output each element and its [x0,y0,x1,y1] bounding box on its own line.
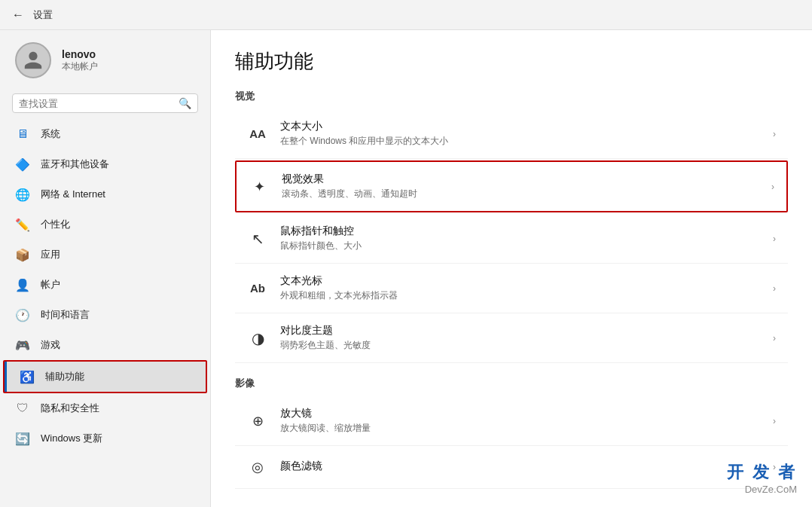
textsize-arrow-icon: › [773,129,776,139]
watermark: 开 发 者 DevZe.CoM [727,461,797,495]
update-icon: 🔄 [15,431,30,446]
setting-desc-magnifier: 放大镜阅读、缩放增量 [280,422,371,435]
avatar [15,42,51,78]
setting-desc-contrast: 弱势彩色主题、光敏度 [280,339,371,352]
setting-desc-visualeffects: 滚动条、透明度、动画、通知超时 [282,188,417,200]
apps-icon: 📦 [15,247,30,262]
sidebar-label-network: 网络 & Internet [41,188,105,201]
search-input[interactable] [19,98,179,109]
sidebar-label-bluetooth: 蓝牙和其他设备 [41,157,109,171]
setting-name-textsize: 文本大小 [280,120,448,133]
content-area: 辅助功能 视觉 AA 文本大小 在整个 Windows 和应用中显示的文本大小 … [211,30,812,507]
setting-text-magnifier: 放大镜 放大镜阅读、缩放增量 [280,407,371,435]
sidebar-item-system[interactable]: 🖥 系统 [0,119,210,149]
vision-settings-list: AA 文本大小 在整个 Windows 和应用中显示的文本大小 › ✦ 视觉效果… [235,109,788,363]
user-section[interactable]: lenovo 本地帐户 [0,30,210,90]
time-icon: 🕐 [15,307,30,322]
setting-text-textcursor: 文本光标 外观和粗细，文本光标指示器 [280,274,398,302]
mouse-arrow-icon: › [773,234,776,244]
section-title-imaging: 影像 [235,377,788,390]
setting-name-contrast: 对比度主题 [280,324,371,337]
setting-text-colorfilter: 颜色滤镜 [280,460,322,475]
visualeffects-icon: ✦ [249,176,270,197]
sidebar: lenovo 本地帐户 🔍 🖥 系统 🔷 蓝牙和其他设备 🌐 网络 & Inte… [0,30,211,507]
sidebar-item-network[interactable]: 🌐 网络 & Internet [0,179,210,209]
contrast-arrow-icon: › [773,333,776,344]
sidebar-label-gaming: 游戏 [41,338,60,352]
system-icon: 🖥 [15,127,30,142]
setting-desc-textcursor: 外观和粗细，文本光标指示器 [280,289,398,302]
setting-row-visualeffects[interactable]: ✦ 视觉效果 滚动条、透明度、动画、通知超时 › [235,160,788,212]
textcursor-arrow-icon: › [773,283,776,294]
sidebar-item-personalization[interactable]: ✏️ 个性化 [0,209,210,240]
sidebar-item-time[interactable]: 🕐 时间和语言 [0,300,210,330]
sidebar-item-gaming[interactable]: 🎮 游戏 [0,330,210,360]
setting-text-contrast: 对比度主题 弱势彩色主题、光敏度 [280,324,371,352]
sidebar-item-update[interactable]: 🔄 Windows 更新 [0,423,210,454]
sidebar-label-time: 时间和语言 [41,308,90,322]
sidebar-label-system: 系统 [41,127,60,141]
watermark-main: 开 发 者 [727,461,797,484]
search-icon: 🔍 [179,97,191,109]
colorfilter-icon: ◎ [247,457,268,478]
setting-text-mouse: 鼠标指针和触控 鼠标指针颜色、大小 [280,224,362,252]
sidebar-item-privacy[interactable]: 🛡 隐私和安全性 [0,393,210,423]
main-layout: lenovo 本地帐户 🔍 🖥 系统 🔷 蓝牙和其他设备 🌐 网络 & Inte… [0,30,812,507]
setting-row-contrast[interactable]: ◑ 对比度主题 弱势彩色主题、光敏度 › [235,313,788,363]
gaming-icon: 🎮 [15,337,30,353]
setting-row-mouse[interactable]: ↖ 鼠标指针和触控 鼠标指针颜色、大小 › [235,214,788,264]
personalization-icon: ✏️ [15,217,30,232]
sidebar-label-privacy: 隐私和安全性 [41,402,99,415]
search-box[interactable]: 🔍 [12,93,198,113]
accessibility-icon: ♿ [20,369,35,384]
watermark-sub: DevZe.CoM [727,484,797,495]
setting-row-magnifier[interactable]: ⊕ 放大镜 放大镜阅读、缩放增量 › [235,396,788,446]
contrast-icon: ◑ [247,328,268,349]
setting-name-textcursor: 文本光标 [280,274,398,288]
setting-row-colorfilter[interactable]: ◎ 颜色滤镜 › [235,446,788,489]
visualeffects-arrow-icon: › [771,182,774,192]
sidebar-item-accounts[interactable]: 👤 帐户 [0,270,210,300]
sidebar-item-accessibility[interactable]: ♿ 辅助功能 [3,360,207,393]
setting-name-visualeffects: 视觉效果 [282,173,417,186]
imaging-settings-list: ⊕ 放大镜 放大镜阅读、缩放增量 › ◎ 颜色滤镜 › [235,396,788,489]
setting-row-textcursor[interactable]: Ab 文本光标 外观和粗细，文本光标指示器 › [235,264,788,313]
top-title: 设置 [33,8,53,22]
setting-text-textsize: 文本大小 在整个 Windows 和应用中显示的文本大小 [280,120,448,148]
sidebar-label-personalization: 个性化 [41,218,70,231]
setting-row-textsize[interactable]: AA 文本大小 在整个 Windows 和应用中显示的文本大小 › [235,109,788,159]
user-role: 本地帐户 [62,60,98,73]
user-info: lenovo 本地帐户 [62,48,98,73]
textsize-icon: AA [247,124,268,145]
sidebar-item-apps[interactable]: 📦 应用 [0,240,210,270]
page-title: 辅助功能 [235,48,788,75]
accounts-icon: 👤 [15,277,30,292]
network-icon: 🌐 [15,187,30,202]
setting-text-visualeffects: 视觉效果 滚动条、透明度、动画、通知超时 [282,173,417,200]
sidebar-item-bluetooth[interactable]: 🔷 蓝牙和其他设备 [0,149,210,179]
setting-name-magnifier: 放大镜 [280,407,371,420]
privacy-icon: 🛡 [15,401,30,416]
sidebar-label-update: Windows 更新 [41,432,102,445]
mouse-icon: ↖ [247,228,268,249]
top-bar: ← 设置 [0,0,812,30]
magnifier-arrow-icon: › [773,416,776,426]
section-title-vision: 视觉 [235,90,788,103]
user-name: lenovo [62,48,98,60]
sidebar-label-accessibility: 辅助功能 [45,370,84,383]
setting-name-mouse: 鼠标指针和触控 [280,224,362,238]
textcursor-icon: Ab [247,278,268,299]
sidebar-nav: 🖥 系统 🔷 蓝牙和其他设备 🌐 网络 & Internet ✏️ 个性化 📦 … [0,119,210,454]
bluetooth-icon: 🔷 [15,157,30,172]
sidebar-label-apps: 应用 [41,248,60,261]
sidebar-label-accounts: 帐户 [41,278,60,292]
back-button[interactable]: ← [12,8,24,22]
setting-desc-textsize: 在整个 Windows 和应用中显示的文本大小 [280,135,448,148]
setting-name-colorfilter: 颜色滤镜 [280,460,322,473]
setting-desc-mouse: 鼠标指针颜色、大小 [280,240,362,252]
magnifier-icon: ⊕ [247,411,268,432]
